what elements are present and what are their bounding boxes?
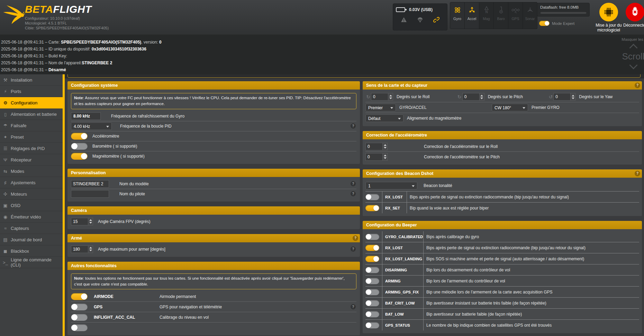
- beacon-condition-row: RX_SET Bip quand la voie aux est réglée …: [365, 203, 639, 213]
- feature-toggle[interactable]: [71, 324, 88, 331]
- beeper-condition-toggle[interactable]: [365, 245, 379, 251]
- sidebar-item-label: Installation: [11, 77, 32, 83]
- beeper-condition-toggle[interactable]: [365, 234, 379, 240]
- help-icon[interactable]: ?: [351, 191, 356, 196]
- sidebar-item[interactable]: ✣ Moteurs: [0, 188, 63, 200]
- beeper-condition-description: Bips après calibrage du gyro: [423, 231, 639, 242]
- gyro-icon: [453, 6, 462, 14]
- sidebar-item[interactable]: ▣ OSD: [0, 200, 63, 211]
- help-icon[interactable]: ?: [353, 235, 358, 241]
- sidebar-item[interactable]: ⚒ Installation: [0, 74, 63, 86]
- beeper-condition-toggle[interactable]: [365, 322, 379, 328]
- battery-icon: [396, 7, 407, 13]
- model-name-input[interactable]: [71, 180, 109, 188]
- feature-toggle[interactable]: [71, 314, 88, 321]
- sensor-gps: GPS: [508, 2, 523, 29]
- sidebar-item[interactable]: ♯ Ajustements: [0, 177, 63, 188]
- camera-angle-stepper[interactable]: [88, 218, 93, 225]
- sidebar-item[interactable]: ◼ Blackbox: [0, 245, 63, 257]
- camera-angle-input[interactable]: [71, 218, 88, 225]
- help-icon[interactable]: ?: [635, 171, 640, 176]
- sidebar-item[interactable]: ☂ Failsafe: [0, 120, 63, 131]
- beeper-condition-toggle[interactable]: [365, 311, 379, 317]
- help-icon[interactable]: ?: [351, 181, 356, 186]
- sensor-toggle[interactable]: [71, 153, 88, 160]
- beeper-condition-toggle[interactable]: [365, 278, 379, 284]
- pid-loop-frequency-select[interactable]: 4.00 kHz: [71, 122, 112, 130]
- sidebar-item[interactable]: ▯ Alimentation et batterie: [0, 109, 63, 120]
- sensor-toggle[interactable]: [71, 133, 88, 140]
- alignment-degree-stepper[interactable]: [480, 93, 484, 101]
- beacon-tone-select[interactable]: 1: [365, 182, 417, 189]
- sidebar-item-label: OSD: [11, 203, 20, 208]
- other-features-panel: Autres fonctionnalités Note: toutes les …: [67, 262, 360, 336]
- beeper-condition-row: GYRO_CALIBRATED Bips après calibrage du …: [365, 231, 639, 242]
- help-icon[interactable]: ?: [635, 83, 640, 88]
- pid-loop-frequency-row: 4.00 kHz Fréquence de la boucle PID ?: [71, 121, 356, 131]
- beeper-condition-description: Bip une mélodie lors de l'armement de la…: [423, 287, 639, 297]
- alignment-degree-input[interactable]: [553, 93, 571, 101]
- sidebar-item[interactable]: ▤ Journal de bord: [0, 234, 63, 245]
- model-name-row: Nom du modèle ?: [71, 179, 356, 189]
- first-gyro-select[interactable]: CW 180°: [492, 104, 528, 111]
- sensor-toggle[interactable]: [71, 143, 88, 150]
- accel-trim-input[interactable]: [365, 153, 383, 161]
- beeper-condition-toggle[interactable]: [365, 267, 379, 273]
- sidebar-item[interactable]: ⚙ Configuration: [0, 97, 63, 109]
- beeper-condition-description: Bip lors du désarmement du contrôleur de…: [423, 264, 639, 275]
- sensor-gyro: Gyro: [450, 2, 465, 29]
- beeper-condition-row: RX_LOST Bips après perte de signal ou ex…: [365, 242, 639, 253]
- sidebar-item[interactable]: ☰ Réglages de PID: [0, 143, 63, 154]
- sidebar-item[interactable]: ≈ Capteurs: [0, 223, 63, 234]
- beeper-condition-toggle[interactable]: [365, 256, 379, 262]
- max-arm-angle-row: Angle maximum pour armer [degrés] ?: [71, 244, 356, 254]
- accel-trim-row: Correction de l'accéléromètre sur le Rol…: [365, 141, 639, 152]
- scroll-up-icon[interactable]: [629, 44, 637, 52]
- sidebar-item[interactable]: Ψ Récepteur: [0, 154, 63, 166]
- feature-toggle[interactable]: [71, 304, 88, 310]
- max-arm-angle-input[interactable]: [71, 245, 88, 253]
- scroll-down-icon[interactable]: [629, 61, 637, 69]
- beeper-condition-name: RX_LOST_LANDING: [382, 253, 423, 264]
- alignment-degree-input[interactable]: [371, 93, 388, 101]
- sidebar-item[interactable]: ⇆ Modes: [0, 166, 63, 177]
- dataflash-label: Dataflash: free 8.0MB: [540, 5, 587, 9]
- pilot-name-input[interactable]: [71, 190, 109, 198]
- sidebar-item[interactable]: ⚡ Ports: [0, 86, 63, 97]
- sidebar-item[interactable]: ✦ Preset: [0, 131, 63, 143]
- accel-trim-stepper[interactable]: [383, 153, 388, 161]
- alignment-degree-stepper[interactable]: [571, 93, 575, 101]
- beeper-condition-name: ARMING_GPS_FIX: [382, 287, 423, 297]
- beeper-condition-row: BAT_LOW Bip avertisseur sur batterie fai…: [365, 309, 639, 320]
- accel-trim-stepper[interactable]: [383, 143, 388, 150]
- sensor-toggle-row: Magnétomètre ( si supporté): [71, 151, 356, 161]
- help-icon[interactable]: ?: [351, 304, 356, 309]
- panel-title: Autres fonctionnalités: [67, 262, 360, 270]
- sidebar-item[interactable]: >_ Ligne de commande (CLI): [0, 257, 63, 268]
- beeper-condition-toggle[interactable]: [365, 289, 379, 295]
- sidebar-item-label: Journal de bord: [11, 237, 42, 242]
- beacon-condition-toggle[interactable]: [365, 205, 379, 211]
- beacon-condition-toggle[interactable]: [365, 194, 379, 200]
- gyro-frequency-row: 8.00 kHz Fréquence de rafraîchissement d…: [71, 111, 356, 121]
- feature-toggle[interactable]: [71, 293, 88, 300]
- max-arm-angle-stepper[interactable]: [88, 245, 93, 253]
- gyro-accel-select[interactable]: Premier: [365, 104, 396, 111]
- scrolled-panel-remnant: [67, 74, 641, 78]
- help-icon[interactable]: ?: [351, 123, 356, 129]
- log-scroll-widget[interactable]: Scroll: [618, 45, 644, 68]
- help-icon[interactable]: ?: [351, 246, 356, 252]
- feature-name: GPS: [94, 305, 160, 309]
- mag-alignment-select[interactable]: Défaut: [365, 114, 403, 122]
- alignment-degree-stepper[interactable]: [388, 93, 393, 101]
- disconnect-button[interactable]: Déconnecter: [618, 3, 644, 28]
- alignment-degree-input[interactable]: [462, 93, 480, 101]
- beeper-condition-row: ARMING Bip lors de l'armement du contrôl…: [365, 276, 639, 287]
- sidebar-item[interactable]: ◉ Émetteur vidéo: [0, 211, 63, 223]
- beeper-condition-toggle[interactable]: [365, 300, 379, 306]
- feature-row: ?: [71, 323, 356, 333]
- expert-mode-toggle[interactable]: [539, 21, 550, 26]
- svg-text:N: N: [485, 10, 488, 14]
- hide-log-link[interactable]: Masquer les: [622, 37, 643, 41]
- accel-trim-input[interactable]: [365, 143, 383, 150]
